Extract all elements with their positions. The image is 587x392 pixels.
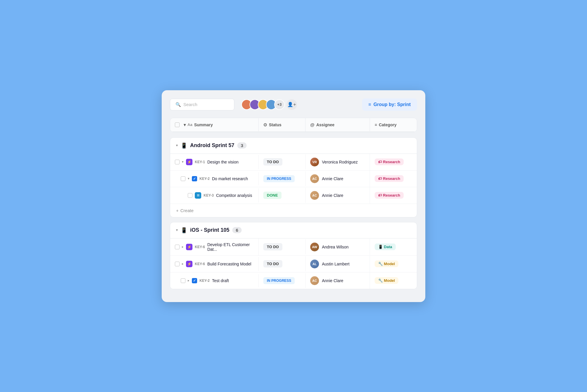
task-assignee-1: VR Veronica Rodriguez	[306, 154, 370, 170]
sprint-chevron-android[interactable]: ▾	[176, 144, 178, 147]
task-title-6b: Build Forecasting Model	[207, 262, 251, 266]
task-row: ⊞ KEY-3 Competitor analysis DONE AC Anni…	[170, 187, 417, 204]
lines-icon: ≡	[368, 102, 371, 107]
header-assignee: @ Assignee	[306, 118, 370, 131]
avatars-group: +3 👤+	[241, 99, 297, 110]
assignee-cell-2b: AC Annie Clare	[310, 276, 343, 285]
assignee-cell-6a: AW Andrea Wilson	[310, 243, 349, 251]
task-cell-summary: ▾ KEY-2 Do market research	[170, 172, 259, 185]
assignee-avatar-3: AC	[310, 191, 319, 200]
assignee-avatar-1: VR	[310, 158, 319, 166]
assignee-name-3: Annie Clare	[322, 193, 343, 198]
create-row[interactable]: + Create	[170, 204, 417, 217]
category-tag-2b[interactable]: 🔧 Model	[375, 277, 398, 284]
task-category-2: 🏷 Research	[370, 171, 417, 186]
header-status: ⊙ Status	[259, 118, 306, 132]
group-by-button[interactable]: ≡ Group by: Sprint	[362, 98, 417, 111]
summary-label: Summary	[194, 122, 213, 127]
assignee-cell-3: AC Annie Clare	[310, 191, 343, 200]
app-container: 🔍 Search +3 👤+ ≡ Group by: Sprint ▾ Aa S…	[162, 90, 425, 302]
task-row: ▾ KEY-2 Do market research IN PROGRESS A…	[170, 171, 417, 187]
category-label: Category	[379, 122, 397, 127]
header-checkbox[interactable]	[175, 122, 180, 127]
assignee-cell-1: VR Veronica Rodriguez	[310, 158, 358, 166]
task-cell-summary: ▸ KEY-2 Test draft	[170, 274, 259, 287]
task-checkbox-2b[interactable]	[181, 278, 185, 283]
add-person-button[interactable]: 👤+	[286, 99, 297, 110]
task-checkbox-3[interactable]	[188, 193, 192, 198]
assignee-avatar-6b: AL	[310, 260, 319, 268]
status-badge-2[interactable]: IN PROGRESS	[263, 175, 295, 182]
task-key-2: KEY-2	[199, 177, 210, 181]
task-key-1: KEY-1	[195, 160, 205, 164]
person-add-icon: 👤+	[287, 102, 296, 107]
expand-icon-1[interactable]: ▾	[182, 160, 184, 164]
task-checkbox-6a[interactable]	[175, 245, 180, 249]
expand-icon-6b[interactable]: ▸	[182, 262, 184, 266]
assignee-label: Assignee	[316, 122, 335, 127]
sprint-chevron-ios[interactable]: ▾	[176, 228, 178, 232]
assignee-name-2b: Annie Clare	[322, 278, 343, 283]
task-icon-1: ⚡	[186, 159, 192, 165]
status-icon: ⊙	[263, 122, 267, 127]
sprint-header-android: ▾ 📱 Android Sprint 57 3	[170, 138, 417, 154]
task-key-6a: KEY-6	[195, 245, 205, 249]
avatar-count: +3	[274, 99, 285, 110]
category-tag-2[interactable]: 🏷 Research	[375, 175, 404, 182]
create-label: Create	[180, 208, 194, 213]
task-icon-checked-2	[192, 176, 197, 181]
status-badge-3[interactable]: DONE	[263, 192, 281, 199]
expand-icon-2[interactable]: ▾	[188, 177, 190, 180]
assignee-name-6a: Andrea Wilson	[322, 245, 349, 249]
task-status-2: IN PROGRESS	[259, 171, 306, 186]
task-key-6b: KEY-6	[195, 262, 205, 266]
task-title-3: Competitor analysis	[216, 193, 252, 198]
task-status-3: DONE	[259, 188, 306, 203]
task-checkbox-6b[interactable]	[175, 262, 180, 266]
status-badge-2b[interactable]: IN PROGRESS	[263, 277, 295, 284]
task-cell-summary: ▸ ⚡ KEY-6 Develop ETL Customer Dat...	[170, 238, 259, 255]
task-checkbox-1[interactable]	[175, 160, 180, 164]
task-key-3: KEY-3	[204, 193, 214, 197]
category-tag-6b[interactable]: 🔧 Model	[375, 260, 398, 267]
top-bar: 🔍 Search +3 👤+ ≡ Group by: Sprint	[170, 98, 417, 111]
expand-icon-2b[interactable]: ▸	[188, 279, 190, 282]
task-assignee-3: AC Annie Clare	[306, 187, 370, 204]
expand-icon-6a[interactable]: ▸	[182, 245, 184, 249]
sprint-name-android: Android Sprint 57	[190, 142, 234, 149]
assignee-cell-6b: AL Austin Lambert	[310, 260, 349, 268]
task-assignee-6b: AL Austin Lambert	[306, 256, 370, 272]
table-header: ▾ Aa Summary ⊙ Status @ Assignee ≡ Categ…	[170, 118, 417, 132]
task-cell-summary: ⊞ KEY-3 Competitor analysis	[170, 188, 259, 202]
task-category-1: 🏷 Research	[370, 155, 417, 169]
task-icon-6b: ⚡	[186, 261, 192, 267]
status-badge-1[interactable]: TO DO	[263, 158, 282, 166]
status-badge-6a[interactable]: TO DO	[263, 243, 282, 250]
task-checkbox-2[interactable]	[181, 176, 185, 181]
category-tag-1[interactable]: 🏷 Research	[375, 158, 404, 165]
task-assignee-6a: AW Andrea Wilson	[306, 239, 370, 255]
task-assignee-2b: AC Annie Clare	[306, 272, 370, 289]
category-tag-6a[interactable]: 📱 Data	[375, 243, 396, 250]
task-status-6a: TO DO	[259, 239, 306, 254]
task-icon-3: ⊞	[195, 192, 201, 199]
lines-icon-header: ≡	[375, 122, 377, 127]
sprint-count-ios: 6	[232, 227, 242, 233]
table-header-wrapper: ▾ Aa Summary ⊙ Status @ Assignee ≡ Categ…	[170, 118, 417, 132]
sprint-group-ios: ▾ 📱 iOS - Sprint 105 6 ▸ ⚡ KEY-6 Develop…	[170, 222, 417, 289]
category-tag-3[interactable]: 🏷 Research	[375, 192, 404, 199]
task-status-6b: TO DO	[259, 256, 306, 271]
sprint-name-ios: iOS - Sprint 105	[190, 227, 229, 233]
task-row: ▸ KEY-2 Test draft IN PROGRESS AC Annie …	[170, 272, 417, 289]
sprint-header-ios: ▾ 📱 iOS - Sprint 105 6	[170, 222, 417, 238]
task-row: ▸ ⚡ KEY-6 Develop ETL Customer Dat... TO…	[170, 238, 417, 256]
task-category-3: 🏷 Research	[370, 188, 417, 202]
assignee-name-1: Veronica Rodriguez	[322, 160, 358, 164]
status-label: Status	[269, 122, 281, 127]
status-badge-6b[interactable]: TO DO	[263, 260, 282, 267]
task-icon-checked-2b	[192, 278, 197, 283]
task-title-1: Design the vision	[207, 160, 239, 164]
sprint-count-android: 3	[237, 142, 247, 149]
sprint-group-android: ▾ 📱 Android Sprint 57 3 ▾ ⚡ KEY-1 Design…	[170, 137, 417, 217]
search-box[interactable]: 🔍 Search	[170, 99, 234, 110]
